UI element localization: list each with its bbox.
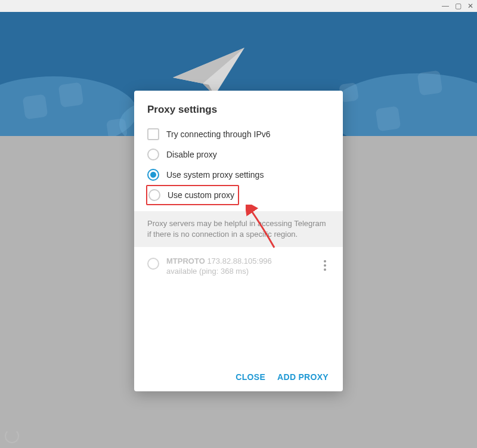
options-list: Try connecting through IPv6 Disable prox…	[134, 124, 343, 211]
proxy-protocol: MTPROTO	[166, 257, 205, 265]
option-ipv6[interactable]: Try connecting through IPv6	[145, 124, 332, 144]
kebab-menu-icon[interactable]	[320, 257, 330, 271]
radio-icon	[148, 189, 160, 201]
option-disable-proxy[interactable]: Disable proxy	[145, 144, 332, 165]
window-maximize-icon[interactable]: ▢	[455, 2, 461, 10]
radio-icon	[147, 258, 159, 270]
option-system-proxy[interactable]: Use system proxy settings	[145, 165, 332, 185]
window-close-icon[interactable]: ✕	[467, 2, 473, 10]
close-button[interactable]: CLOSE	[236, 372, 265, 382]
radio-icon	[147, 149, 159, 160]
dialog-title: Proxy settings	[134, 91, 343, 124]
add-proxy-button[interactable]: ADD PROXY	[277, 372, 329, 382]
proxy-entry[interactable]: MTPROTO 173.82.88.105:996 available (pin…	[134, 247, 343, 285]
proxy-address: 173.82.88.105:996	[207, 257, 271, 265]
option-label: Try connecting through IPv6	[166, 129, 271, 139]
proxy-settings-dialog: Proxy settings Try connecting through IP…	[134, 91, 343, 391]
option-label: Use system proxy settings	[166, 170, 264, 180]
proxy-status: available (ping: 368 ms)	[166, 267, 313, 276]
proxy-details: MTPROTO 173.82.88.105:996 available (pin…	[166, 257, 313, 276]
window-minimize-icon[interactable]: —	[442, 2, 449, 10]
option-custom-proxy[interactable]: Use custom proxy	[145, 185, 332, 205]
option-label: Use custom proxy	[168, 190, 234, 200]
checkbox-icon	[147, 128, 159, 140]
annotation-highlight: Use custom proxy	[146, 185, 239, 205]
dialog-actions: CLOSE ADD PROXY	[134, 363, 343, 391]
window-titlebar: — ▢ ✕	[0, 0, 477, 12]
info-text: Proxy servers may be helpful in accessin…	[134, 211, 343, 247]
loading-spinner-icon	[5, 429, 19, 443]
option-label: Disable proxy	[166, 150, 217, 159]
radio-icon	[147, 169, 159, 181]
